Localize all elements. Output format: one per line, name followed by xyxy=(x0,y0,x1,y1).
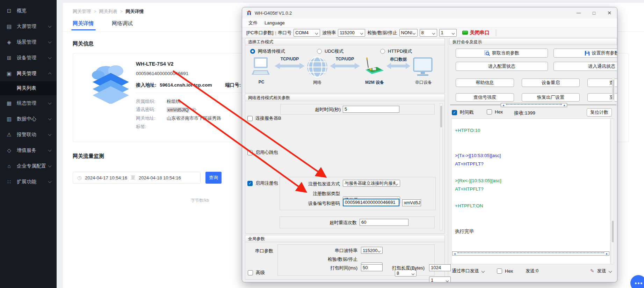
factory-reset-button[interactable]: 恢复出厂设置 xyxy=(522,93,580,102)
value-service-icon: ◇ xyxy=(6,147,13,154)
sidebar-item-alarm[interactable]: ⚠报警联动 xyxy=(0,127,57,142)
global-params-title: 全局参数 xyxy=(245,235,444,242)
checkbox-icon[interactable] xyxy=(248,270,253,275)
packtime-input[interactable]: 50 xyxy=(361,264,383,271)
sidebar-item-gateway-list[interactable]: 网关列表 xyxy=(0,81,57,95)
sidebar-item-scene[interactable]: ◈场景管理 xyxy=(0,34,57,50)
close-serial-button[interactable]: 关闭串口 xyxy=(470,30,490,36)
packlen-input[interactable]: 1024 xyxy=(429,264,451,271)
query-button[interactable]: 查询 xyxy=(205,172,222,184)
sidebar-item-gateway[interactable]: ▣网关管理 xyxy=(0,66,57,81)
slider-arrow-icon: ▲ xyxy=(502,104,505,107)
enter-config-button[interactable]: 进入配置状态 xyxy=(456,62,548,71)
com-port-select[interactable]: COM4 xyxy=(294,29,320,37)
reg-send-select[interactable]: 与服务器建立连接时向服务 xyxy=(343,180,400,187)
menu-language[interactable]: Language xyxy=(261,20,288,25)
active-tab-underline xyxy=(71,29,96,30)
reg-type-label: 注册数据类型 xyxy=(313,191,340,197)
databits-select[interactable]: 8 xyxy=(420,29,437,37)
device-password-input[interactable]: xmVd5JfQ xyxy=(402,199,421,206)
serial-log[interactable]: +HTPTO:10 >[Tx->][10:53:05][asc] AT+HTPF… xyxy=(451,118,610,264)
traffic-axis-label: 字节数/kb xyxy=(191,198,209,204)
radio-httpd-mode[interactable]: HTTPD模式 xyxy=(380,48,412,54)
log-lines: +HTPTO:10 >[Tx->][10:53:05][asc] AT+HTPF… xyxy=(451,119,610,237)
help-info-button[interactable]: 帮助信息 xyxy=(456,79,514,87)
checkbox-checked-icon[interactable]: ✓ xyxy=(247,181,253,186)
device-id-label: 设备编号和密码 xyxy=(308,200,340,207)
pane-divider xyxy=(448,39,448,280)
maximize-icon[interactable]: □ xyxy=(586,7,602,19)
command-hscrollbar[interactable]: ▲▲ xyxy=(450,103,616,107)
device-restart-button[interactable]: 设备重启 xyxy=(522,79,580,87)
checkbox-checked-icon[interactable]: ✓ xyxy=(452,110,457,115)
checkbox-icon[interactable] xyxy=(497,268,502,274)
global-stopbits-select[interactable]: 1 xyxy=(429,276,451,282)
scene-icon: ◈ xyxy=(6,39,13,45)
timestamp-checkbox-row[interactable]: ✓时间戳 xyxy=(452,109,473,116)
net-params-scrollbar[interactable] xyxy=(440,103,443,230)
log-hscrollbar[interactable]: ▲▲ xyxy=(452,251,609,256)
log-vscrollbar[interactable] xyxy=(611,118,614,264)
set-all-params-button[interactable]: 设置所有参数 xyxy=(553,49,617,58)
hex-checkbox-row[interactable]: Hex xyxy=(487,109,503,115)
checkbox-icon[interactable] xyxy=(247,116,253,121)
get-params-button[interactable]: 获取当前参数 xyxy=(456,49,548,58)
chevron-up-icon xyxy=(48,73,52,76)
breadcrumb-gateway-list[interactable]: 网关列表 xyxy=(99,9,117,14)
app-window: WH-G405tf V1.0.2 — □ ✕ 文件 Language [PC串口… xyxy=(242,7,617,282)
date-end[interactable]: 2024-04-18 10:54:16 xyxy=(139,175,181,180)
send-hex-checkbox-row[interactable]: Hex xyxy=(497,268,513,274)
gateway-id: 00059614000000046691 xyxy=(136,71,188,76)
radio-udc-mode[interactable]: UDC模式 xyxy=(317,48,343,54)
address-value: 山东省济南市市下区碳秀路 xyxy=(167,116,221,121)
heartbeat-checkbox-row[interactable]: 启用心跳包 xyxy=(247,149,278,156)
checkbox-icon[interactable] xyxy=(487,109,492,115)
date-range-picker[interactable]: ◷ 2024-04-17 10:54:16 至 2024-04-18 10:54… xyxy=(73,172,201,184)
titlebar[interactable]: WH-G405tf V1.0.2 — □ ✕ xyxy=(242,7,617,19)
overview-icon: ⊡ xyxy=(6,8,13,14)
tab-network-debug[interactable]: 网络调试 xyxy=(112,20,133,27)
global-baud-label: 串口波特率 xyxy=(335,248,357,254)
stopbits-select[interactable]: 1 xyxy=(439,29,457,37)
breadcrumb-gateway-mgmt[interactable]: 网关管理 xyxy=(73,9,91,14)
section-traffic: 网关流量监测 xyxy=(73,153,104,160)
sidebar-item-device[interactable]: ⊞设备管理 xyxy=(0,50,57,66)
advanced-checkbox-row[interactable]: 高级 xyxy=(248,269,265,276)
radio-transparent-mode[interactable]: 网络透传模式 xyxy=(250,48,285,54)
gateway-icon: ▣ xyxy=(6,71,13,77)
command-scrollbar[interactable] xyxy=(612,78,615,102)
send-mode-dropdown[interactable]: 通过串口发送 xyxy=(452,268,484,274)
checkbox-icon[interactable] xyxy=(247,150,253,155)
password-value: xmVd5JfQ xyxy=(167,107,189,112)
access-address: 59614.cnsh.iot-tcp.com xyxy=(160,82,212,88)
send-button[interactable]: 发送 xyxy=(597,268,612,274)
sidebar-item-value-service[interactable]: ◇增值服务 xyxy=(0,142,57,158)
close-icon[interactable]: ✕ xyxy=(602,7,617,19)
org-row: 所属组织:根组织 xyxy=(136,98,180,105)
reset-counter-button[interactable]: 复位计数 xyxy=(587,108,612,117)
baud-select[interactable]: 115200 xyxy=(338,29,365,37)
date-start[interactable]: 2024-04-17 10:54:16 xyxy=(85,175,127,180)
chevron-down-icon xyxy=(48,164,52,167)
sidebar-item-configuration[interactable]: ▦组态管理 xyxy=(0,95,57,111)
timeout-input[interactable]: 5 xyxy=(343,106,399,113)
sidebar-item-bigscreen[interactable]: ▤大屏管理 xyxy=(0,19,57,34)
device-id-input[interactable]: 00059614000000046691 xyxy=(343,199,399,206)
server-b-checkbox-row[interactable]: 连接服务器B xyxy=(247,115,281,121)
enter-comm-button[interactable]: 进入通讯状态 xyxy=(553,62,617,71)
sidebar-item-enterprise[interactable]: ⌂企业专属配置 xyxy=(0,158,57,174)
register-checkbox-row[interactable]: ✓启用注册包 xyxy=(247,180,278,186)
eye-icon[interactable] xyxy=(191,108,196,112)
parity-select[interactable]: NONI xyxy=(399,29,418,37)
minimize-icon[interactable]: — xyxy=(571,7,586,19)
chevron-down-icon xyxy=(48,101,52,104)
menu-file[interactable]: 文件 xyxy=(245,20,261,26)
global-baud-select[interactable]: 115200 xyxy=(361,247,383,254)
device-icon: ⊞ xyxy=(6,55,13,61)
sidebar-item-extension[interactable]: ∷扩展功能 xyxy=(0,174,57,190)
signal-strength-button[interactable]: 查信号强度 xyxy=(456,93,514,102)
reconnect-input[interactable]: 60 xyxy=(360,219,408,226)
sidebar-item-datacenter[interactable]: ▥数据中心 xyxy=(0,111,57,127)
tab-gateway-detail[interactable]: 网关详情 xyxy=(73,20,94,27)
sidebar-item-overview[interactable]: ⊡概览 xyxy=(0,3,57,19)
